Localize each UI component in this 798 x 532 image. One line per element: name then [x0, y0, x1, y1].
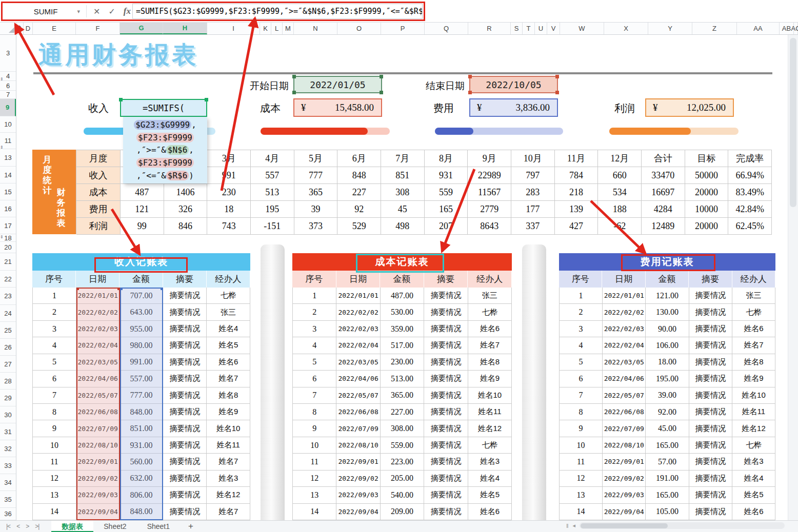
monthly-cell[interactable]: 851	[381, 167, 425, 184]
ledger-cell[interactable]: 8	[560, 404, 603, 420]
ledger-cell[interactable]: 517.00	[381, 337, 424, 354]
monthly-month-header[interactable]: 6月	[337, 150, 381, 167]
row-header-28[interactable]: 28	[0, 373, 16, 390]
ledger-cell[interactable]: 摘要情况	[424, 371, 468, 387]
monthly-month-header[interactable]: 12月	[598, 150, 642, 167]
monthly-month-header[interactable]: 目标	[685, 150, 729, 167]
add-sheet-icon[interactable]: +	[188, 521, 193, 531]
column-header-Z[interactable]: Z	[692, 23, 737, 34]
ledger-cell[interactable]: 1	[560, 288, 603, 304]
ledger-cell[interactable]: 2022/04/06	[76, 371, 120, 387]
ledger-cell[interactable]: 5	[33, 354, 76, 371]
ledger-cell[interactable]: 643.00	[120, 304, 164, 320]
ledger-cell[interactable]: 摘要情况	[689, 437, 732, 454]
monthly-cell[interactable]: 10000	[685, 201, 729, 218]
ledger-cell[interactable]: 12	[33, 470, 76, 487]
ledger-cell[interactable]: 2022/02/03	[76, 321, 120, 337]
monthly-cell[interactable]: 777	[294, 167, 338, 184]
monthly-cell[interactable]: 92	[337, 201, 381, 218]
ledger-cell[interactable]: 姓名11	[468, 404, 512, 420]
ledger-cell[interactable]: 姓名6	[207, 354, 250, 371]
column-header-X[interactable]: X	[604, 23, 648, 34]
monthly-cell[interactable]: 365	[294, 184, 338, 201]
ledger-cell[interactable]: 姓名3	[732, 454, 775, 470]
ledger-cell[interactable]: 2022/02/04	[603, 337, 646, 354]
monthly-month-header[interactable]: 8月	[425, 150, 468, 167]
last-sheet-icon[interactable]: >|	[35, 523, 39, 530]
monthly-cell[interactable]: 373	[294, 218, 338, 235]
ledger-cell[interactable]: 2022/09/02	[76, 470, 120, 487]
ledger-cell[interactable]: 姓名3	[468, 454, 512, 470]
ledger-cell[interactable]: 39.00	[646, 387, 689, 404]
ledger-column-header[interactable]: 日期	[76, 271, 119, 288]
ledger-cell[interactable]: 105.00	[646, 504, 689, 520]
monthly-cell[interactable]: 195	[251, 201, 294, 218]
ledger-cell[interactable]: 姓名6	[468, 504, 512, 520]
monthly-month-header[interactable]: 完成率	[728, 150, 772, 167]
monthly-cell[interactable]: 559	[425, 184, 468, 201]
row-header-25[interactable]: 25	[0, 322, 16, 339]
ledger-cell[interactable]: 13	[33, 487, 76, 503]
ledger-column-header[interactable]: 摘要	[163, 271, 207, 288]
monthly-cell[interactable]: -62	[598, 218, 642, 235]
ledger-cell[interactable]: 2022/01/01	[336, 288, 380, 304]
row-header-7[interactable]: 7	[0, 91, 16, 99]
ledger-cell[interactable]: 姓名9	[732, 371, 775, 387]
ledger-cell[interactable]: 姓名12	[468, 420, 512, 437]
ledger-cell[interactable]: 2022/08/10	[336, 437, 380, 454]
confirm-icon[interactable]: ✓	[108, 7, 115, 16]
ledger-cell[interactable]: 摘要情况	[424, 321, 468, 337]
cancel-icon[interactable]: ✕	[93, 7, 100, 16]
row-header-22[interactable]: 22	[0, 271, 16, 288]
ledger-cell[interactable]: 11	[33, 454, 76, 470]
ledger-cell[interactable]: 195.00	[646, 371, 689, 387]
ledger-cell[interactable]: 摘要情况	[424, 337, 468, 354]
ledger-column-header[interactable]: 经办人	[732, 271, 775, 288]
ledger-cell[interactable]: 七桦	[468, 437, 512, 454]
ledger-cell[interactable]: 991.00	[120, 354, 164, 371]
monthly-cell[interactable]: 99	[121, 218, 164, 235]
ledger-cell[interactable]: 摘要情况	[689, 454, 732, 470]
column-header-W[interactable]: W	[560, 23, 604, 34]
ledger-cell[interactable]: 2022/01/01	[603, 288, 646, 304]
column-header-AC[interactable]: AC	[794, 23, 798, 34]
next-sheet-icon[interactable]: >	[26, 523, 29, 530]
ledger-cell[interactable]: 姓名10	[732, 387, 775, 404]
ledger-cell[interactable]: 10	[33, 437, 76, 454]
ledger-cell[interactable]: 359.00	[381, 321, 424, 337]
horizontal-scrollbar[interactable]	[580, 522, 785, 529]
monthly-cell[interactable]: 66.94%	[728, 167, 772, 184]
ledger-cell[interactable]: 姓名10	[207, 420, 250, 437]
ledger-cell[interactable]: 摘要情况	[163, 437, 207, 454]
ledger-cell[interactable]: 2022/07/09	[336, 420, 380, 437]
select-all-corner[interactable]	[0, 23, 16, 34]
column-header-M[interactable]: M	[283, 23, 294, 34]
ledger-cell[interactable]: 姓名4	[732, 470, 775, 487]
ledger-cell[interactable]: 摘要情况	[163, 321, 207, 337]
ledger-cell[interactable]: 摘要情况	[163, 404, 207, 420]
ledger-column-header[interactable]: 摘要	[689, 271, 732, 288]
monthly-cell[interactable]: 230	[207, 184, 251, 201]
ledger-cell[interactable]: 8	[293, 404, 336, 420]
ledger-cell[interactable]: 摘要情况	[689, 487, 732, 503]
column-header-I[interactable]: I	[207, 23, 260, 34]
row-header-9[interactable]: 9	[0, 99, 16, 116]
ledger-cell[interactable]: 摘要情况	[163, 387, 207, 404]
ledger-cell[interactable]: 姓名8	[468, 354, 512, 371]
ledger-cell[interactable]: 摘要情况	[689, 470, 732, 487]
column-header-T[interactable]: T	[523, 23, 535, 34]
monthly-row-label[interactable]: 费用	[76, 201, 121, 218]
ledger-cell[interactable]: 姓名7	[468, 337, 512, 354]
monthly-month-header[interactable]: 5月	[294, 150, 338, 167]
monthly-cell[interactable]: 743	[207, 218, 251, 235]
ledger-cell[interactable]: 3	[293, 321, 336, 337]
ledger-cell[interactable]: 姓名6	[468, 321, 512, 337]
ledger-cell[interactable]: 10	[293, 437, 336, 454]
ledger-column-header[interactable]: 序号	[32, 271, 76, 288]
monthly-cell[interactable]: 165	[425, 201, 468, 218]
column-header-N[interactable]: N	[294, 23, 337, 34]
monthly-month-header[interactable]: 9月	[468, 150, 511, 167]
column-header-L[interactable]: L	[271, 23, 283, 34]
monthly-month-header[interactable]: 4月	[251, 150, 294, 167]
ledger-cell[interactable]: 3	[33, 321, 76, 337]
